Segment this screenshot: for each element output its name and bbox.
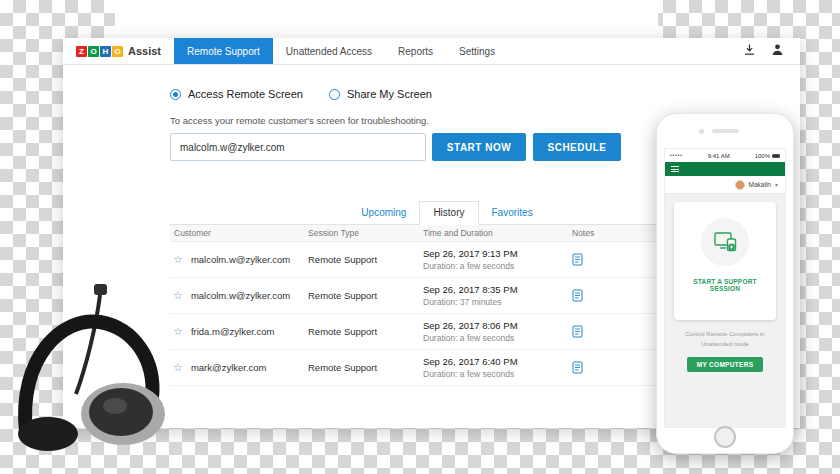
battery-percent: 100%: [755, 153, 770, 159]
header-customer: Customer: [170, 228, 308, 238]
session-type: Remote Support: [308, 254, 423, 265]
customer-email-input[interactable]: [170, 133, 426, 161]
radio-share-label: Share My Screen: [347, 88, 432, 100]
tab-remote-support[interactable]: Remote Support: [174, 38, 273, 64]
product-name: Assist: [128, 45, 161, 57]
customer-email: frida.m@zylker.com: [191, 326, 275, 337]
main-nav-tabs: Remote Support Unattended Access Reports…: [174, 38, 508, 64]
menu-icon[interactable]: [671, 166, 679, 172]
zoho-logo-letter-z: Z: [76, 46, 87, 57]
session-type: Remote Support: [308, 362, 423, 373]
table-row[interactable]: ☆ malcolm.w@zylker.com Remote Support Se…: [170, 242, 656, 278]
background-white-strip: [115, 0, 658, 38]
radio-unselected-icon[interactable]: [329, 89, 340, 100]
tab-reports[interactable]: Reports: [385, 38, 446, 64]
user-account-icon[interactable]: [771, 42, 784, 60]
session-duration: Duration: a few seconds: [423, 333, 570, 343]
chevron-down-icon: ▾: [775, 182, 778, 188]
status-time: 9:41 AM: [683, 153, 755, 159]
notes-icon[interactable]: [570, 325, 656, 338]
zoho-logo-letter-h: H: [100, 46, 111, 57]
start-support-session-link[interactable]: START A SUPPORT SESSION: [682, 278, 768, 292]
favorite-star-icon[interactable]: ☆: [173, 326, 183, 337]
radio-access-remote-screen[interactable]: Access Remote Screen: [170, 88, 303, 100]
session-history-table: Customer Session Type Time and Duration …: [170, 225, 656, 386]
session-time: Sep 26, 2017 8:06 PM: [423, 320, 570, 331]
session-time: Sep 26, 2017 6:40 PM: [423, 356, 570, 367]
session-duration: Duration: 37 minutes: [423, 297, 570, 307]
tab-history[interactable]: History: [419, 201, 478, 225]
headset-image: [8, 282, 173, 454]
tab-settings[interactable]: Settings: [446, 38, 508, 64]
notes-icon[interactable]: [570, 253, 656, 266]
battery-icon: [772, 154, 780, 158]
tab-unattended-access[interactable]: Unattended Access: [273, 38, 385, 64]
phone-status-bar: ••••• 9:41 AM 100%: [665, 149, 785, 162]
header-session-type: Session Type: [308, 228, 423, 238]
troubleshooting-hint: To access your remote customer's screen …: [170, 115, 656, 126]
app-header-bar: [665, 162, 785, 176]
favorite-star-icon[interactable]: ☆: [173, 254, 183, 265]
notes-icon[interactable]: [570, 361, 656, 374]
top-navbar: Z O H O Assist Remote Support Unattended…: [63, 38, 800, 65]
zoho-logo-letter-o2: O: [112, 46, 123, 57]
session-time: Sep 26, 2017 9:13 PM: [423, 248, 570, 259]
phone-speaker: [712, 129, 739, 133]
start-now-button[interactable]: START NOW: [432, 133, 526, 161]
radio-selected-icon[interactable]: [170, 89, 181, 100]
session-start-row: START NOW SCHEDULE: [170, 133, 656, 161]
user-name: Makalin: [749, 181, 771, 188]
customer-email: malcolm.w@zylker.com: [191, 290, 290, 301]
session-time: Sep 26, 2017 8:35 PM: [423, 284, 570, 295]
support-session-card: START A SUPPORT SESSION: [674, 202, 776, 320]
radio-share-my-screen[interactable]: Share My Screen: [329, 88, 432, 100]
screen-mode-options: Access Remote Screen Share My Screen: [170, 88, 656, 100]
notes-icon[interactable]: [570, 289, 656, 302]
radio-access-label: Access Remote Screen: [188, 88, 303, 100]
table-row[interactable]: ☆ malcolm.w@zylker.com Remote Support Se…: [170, 278, 656, 314]
header-time-duration: Time and Duration: [423, 228, 570, 238]
session-type: Remote Support: [308, 290, 423, 301]
table-row[interactable]: ☆ frida.m@zylker.com Remote Support Sep …: [170, 314, 656, 350]
phone-screen: ••••• 9:41 AM 100% Makalin ▾: [664, 148, 786, 428]
table-header-row: Customer Session Type Time and Duration …: [170, 225, 656, 242]
home-button[interactable]: [714, 426, 736, 448]
session-list-tabs: Upcoming History Favorites: [170, 201, 656, 225]
zoho-logo-letter-o1: O: [88, 46, 99, 57]
session-duration: Duration: a few seconds: [423, 261, 570, 271]
tab-favorites[interactable]: Favorites: [479, 202, 546, 224]
download-icon[interactable]: [743, 42, 756, 60]
navbar-actions: [743, 38, 800, 64]
signal-icon: •••••: [670, 153, 683, 158]
header-notes: Notes: [570, 228, 656, 238]
tab-upcoming[interactable]: Upcoming: [348, 202, 419, 224]
phone-mockup: ••••• 9:41 AM 100% Makalin ▾: [656, 113, 794, 454]
transparent-checker-background: Z O H O Assist Remote Support Unattended…: [0, 0, 840, 474]
my-computers-button[interactable]: MY COMPUTERS: [687, 357, 764, 372]
phone-camera-dot: [699, 129, 704, 134]
customer-email: mark@zylker.com: [191, 362, 267, 373]
favorite-star-icon[interactable]: ☆: [173, 362, 183, 373]
session-duration: Duration: a few seconds: [423, 369, 570, 379]
remote-devices-icon: [701, 218, 749, 266]
avatar: [735, 180, 745, 190]
unattended-mode-note: Control Remote Computers in Unattended m…: [680, 330, 770, 349]
remote-support-panel: Access Remote Screen Share My Screen To …: [170, 88, 656, 386]
user-menu[interactable]: Makalin ▾: [665, 176, 785, 194]
schedule-button[interactable]: SCHEDULE: [533, 133, 621, 161]
customer-email: malcolm.w@zylker.com: [191, 254, 290, 265]
favorite-star-icon[interactable]: ☆: [173, 290, 183, 301]
session-type: Remote Support: [308, 326, 423, 337]
zoho-assist-logo: Z O H O Assist: [63, 38, 170, 64]
table-row[interactable]: ☆ mark@zylker.com Remote Support Sep 26,…: [170, 350, 656, 386]
mic-tip: [94, 284, 107, 295]
